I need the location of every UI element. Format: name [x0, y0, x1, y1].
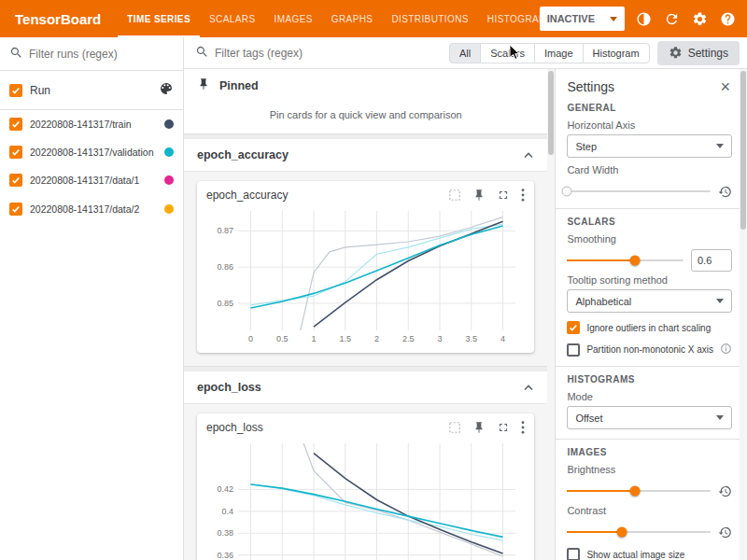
more-options-icon[interactable]: [521, 189, 525, 202]
fit-to-data-icon[interactable]: [448, 189, 461, 202]
histogram-mode-value: Offset: [575, 413, 602, 424]
refresh-icon[interactable]: [664, 11, 680, 27]
theme-toggle-icon[interactable]: [636, 11, 652, 27]
histogram-mode-select[interactable]: Offset: [567, 406, 732, 429]
run-list: 20220808-141317/train 20220808-141317/va…: [0, 110, 183, 223]
settings-scrollbar[interactable]: [740, 69, 747, 560]
settings-button[interactable]: Settings: [657, 41, 740, 65]
fullscreen-icon[interactable]: [497, 189, 510, 202]
partition-x-axis-checkbox[interactable]: [567, 343, 580, 357]
svg-text:0.85: 0.85: [217, 299, 233, 308]
main-scrollbar[interactable]: [547, 69, 555, 560]
partition-x-axis-label: Partition non-monotonic X axis: [586, 344, 713, 355]
chip-image[interactable]: Image: [534, 43, 584, 63]
runs-filter: [0, 37, 183, 71]
app-header: TensorBoard TIME SERIES SCALARS IMAGES G…: [0, 0, 747, 37]
svg-text:4: 4: [500, 334, 505, 343]
svg-text:3.5: 3.5: [465, 334, 477, 343]
search-icon: [195, 45, 209, 62]
runs-header-row: Run: [0, 71, 183, 110]
run-color-dot: [164, 147, 174, 157]
smoothing-value-input[interactable]: [691, 249, 732, 272]
pin-icon: [197, 77, 210, 93]
tab-time-series[interactable]: TIME SERIES: [118, 0, 200, 37]
svg-text:2: 2: [374, 334, 379, 343]
scrollbar-thumb[interactable]: [740, 71, 746, 230]
reload-status-dropdown[interactable]: INACTIVE: [540, 7, 625, 31]
epoch-accuracy-chart[interactable]: 00.511.522.533.540.850.860.87: [204, 205, 527, 345]
section-header-epoch-loss[interactable]: epoch_loss: [184, 371, 547, 404]
run-row-data-1: 20220808-141317/data/1: [0, 166, 183, 194]
run-label: 20220808-141317/validation: [30, 146, 157, 159]
tooltip-sort-select[interactable]: Alphabetical: [567, 289, 732, 313]
info-icon[interactable]: [720, 343, 732, 357]
scalars-heading: SCALARS: [567, 217, 732, 227]
smoothing-slider[interactable]: [567, 259, 684, 261]
tab-histograms[interactable]: HISTOGRAMS: [478, 0, 540, 37]
card-width-slider[interactable]: [567, 190, 711, 192]
card-title: epoch_accuracy: [206, 189, 288, 202]
section-header-epoch-accuracy[interactable]: epoch_accuracy: [184, 139, 547, 172]
general-heading: GENERAL: [567, 103, 732, 113]
svg-text:0.4: 0.4: [221, 507, 233, 516]
tensorboard-app: TensorBoard TIME SERIES SCALARS IMAGES G…: [0, 0, 747, 560]
run-checkbox-3[interactable]: [9, 203, 22, 216]
chevron-up-icon[interactable]: [523, 148, 534, 161]
epoch-loss-chart[interactable]: 00.511.522.533.540.360.380.40.42: [204, 438, 527, 560]
tags-toolbar: All Scalars Image Histogram Settings: [184, 37, 747, 69]
section-body: epoch_loss: [184, 404, 547, 560]
tab-graphs[interactable]: GRAPHS: [322, 0, 383, 37]
select-all-runs-checkbox[interactable]: [9, 84, 22, 97]
palette-icon[interactable]: [159, 81, 174, 99]
contrast-slider[interactable]: [567, 531, 711, 533]
svg-text:0.5: 0.5: [276, 334, 289, 343]
help-icon[interactable]: [720, 11, 736, 27]
chevron-up-icon[interactable]: [523, 381, 534, 394]
tab-scalars[interactable]: SCALARS: [200, 0, 265, 37]
reset-icon[interactable]: [718, 484, 732, 498]
histogram-mode-label: Mode: [567, 391, 732, 402]
filter-tags-input[interactable]: [215, 47, 445, 60]
fullscreen-icon[interactable]: [497, 421, 510, 434]
settings-panel-title: Settings: [567, 79, 614, 94]
contrast-label: Contrast: [567, 505, 732, 516]
tab-distributions[interactable]: DISTRIBUTIONS: [382, 0, 477, 37]
run-label: 20220808-141317/data/2: [30, 203, 157, 216]
filter-runs-input[interactable]: [29, 48, 174, 61]
section-epoch-accuracy: epoch_accuracy epoch_accuracy: [184, 139, 547, 367]
smoothing-label: Smoothing: [567, 233, 732, 245]
pin-icon[interactable]: [472, 189, 486, 202]
chip-histogram[interactable]: Histogram: [583, 43, 650, 63]
run-color-dot: [164, 175, 174, 185]
chip-all[interactable]: All: [449, 43, 481, 63]
header-actions: [636, 11, 736, 27]
reset-icon[interactable]: [718, 525, 732, 539]
cards-area: Pinned Pin cards for a quick view and co…: [184, 69, 547, 560]
reset-icon[interactable]: [718, 185, 732, 199]
section-title: epoch_loss: [197, 381, 261, 394]
tab-images[interactable]: IMAGES: [264, 0, 321, 37]
run-color-dot: [164, 119, 174, 129]
svg-text:0: 0: [248, 334, 253, 343]
svg-text:0.42: 0.42: [217, 484, 233, 494]
brightness-slider[interactable]: [567, 490, 711, 492]
show-actual-size-checkbox[interactable]: [567, 548, 580, 560]
ignore-outliers-checkbox[interactable]: [567, 321, 580, 334]
brightness-label: Brightness: [567, 464, 732, 475]
run-label: 20220808-141317/train: [30, 118, 157, 131]
close-icon[interactable]: ×: [718, 78, 732, 95]
more-options-icon[interactable]: [521, 421, 525, 434]
scalar-card-epoch-loss: epoch_loss: [197, 413, 534, 560]
fit-to-data-icon[interactable]: [448, 421, 461, 434]
scrollbar-thumb[interactable]: [548, 71, 554, 155]
run-checkbox-0[interactable]: [9, 118, 22, 131]
svg-text:0.86: 0.86: [217, 262, 233, 272]
pin-icon[interactable]: [472, 421, 486, 434]
run-checkbox-2[interactable]: [9, 174, 22, 187]
horizontal-axis-select[interactable]: Step: [567, 134, 732, 158]
run-checkbox-1[interactable]: [9, 146, 22, 159]
chevron-down-icon: [716, 299, 724, 303]
chip-scalars[interactable]: Scalars: [480, 43, 535, 63]
gear-icon[interactable]: [692, 11, 708, 27]
section-body: epoch_accuracy: [184, 172, 547, 367]
